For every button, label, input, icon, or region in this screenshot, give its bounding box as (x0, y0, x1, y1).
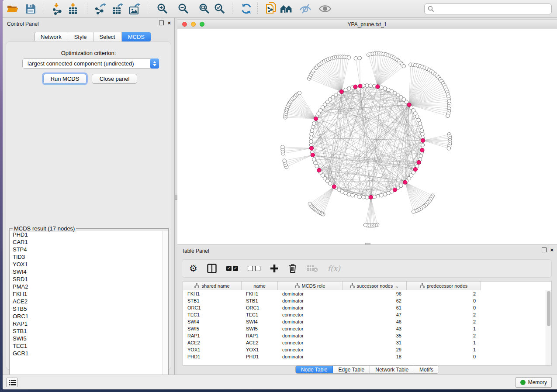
tab-motifs[interactable]: Motifs (414, 366, 439, 373)
list-item[interactable]: ORC1 (10, 313, 168, 320)
table-row[interactable]: SWI4SWI4dominator462 (183, 318, 551, 325)
list-item[interactable]: SWI4 (10, 268, 168, 275)
cell-successor-nodes: 29 (343, 347, 407, 352)
column-header[interactable]: predecessor nodes (407, 282, 481, 290)
zoom-selected-icon[interactable] (213, 2, 226, 15)
table-row[interactable]: PHD1PHD1dominator180 (183, 353, 551, 360)
list-item[interactable]: STB1 (10, 327, 168, 335)
table-scrollbar[interactable] (546, 290, 551, 365)
cell-successor-nodes: 96 (343, 291, 407, 296)
list-item[interactable]: ACE2 (10, 298, 168, 305)
table-row[interactable]: YOX1YOX1connector291 (183, 346, 551, 353)
tab-style[interactable]: Style (68, 32, 93, 41)
list-item[interactable]: TID3 (10, 253, 168, 261)
add-column-icon[interactable] (270, 263, 279, 274)
run-mcds-button[interactable]: Run MCDS (43, 74, 86, 84)
cell-shared-name: SWI4 (183, 319, 242, 324)
zoom-fit-icon[interactable] (198, 2, 211, 15)
export-image-icon[interactable] (128, 2, 141, 15)
delete-table-icon[interactable] (307, 263, 318, 274)
cell-successor-nodes: 35 (343, 333, 407, 338)
search-box[interactable] (424, 3, 552, 14)
cell-successor-nodes: 47 (343, 312, 407, 317)
select-all-icon[interactable]: ✓✓ (226, 263, 238, 274)
function-builder-icon[interactable]: f(x) (328, 263, 340, 274)
tab-edge-table[interactable]: Edge Table (333, 366, 370, 373)
network-window-titlebar[interactable]: YPA_prune.txt_1 (177, 19, 557, 28)
table-row[interactable]: STB1STB1dominator620 (183, 297, 551, 304)
split-pane-icon[interactable] (207, 263, 217, 274)
close-panel-icon[interactable]: × (167, 21, 171, 25)
column-header[interactable]: successor nodes⌄ (343, 282, 407, 290)
list-item[interactable]: SRD1 (10, 275, 168, 283)
list-item[interactable]: RAP1 (10, 320, 168, 327)
save-icon[interactable] (24, 2, 37, 15)
cell-name: RAP1 (242, 333, 278, 338)
cell-shared-name: SWI5 (183, 326, 242, 331)
list-item[interactable]: YOX1 (10, 261, 168, 268)
list-item[interactable]: STP4 (10, 246, 168, 253)
list-item[interactable]: FKH1 (10, 290, 168, 298)
tab-node-table[interactable]: Node Table (296, 366, 333, 373)
refresh-icon[interactable] (240, 2, 253, 15)
zoom-in-icon[interactable] (156, 2, 169, 15)
cell-name: TEC1 (242, 312, 278, 317)
export-table-icon[interactable] (111, 2, 124, 15)
table-row[interactable]: TEC1TEC1connector472 (183, 311, 551, 318)
result-list-scrollbar[interactable] (163, 231, 168, 387)
float-panel-icon[interactable] (159, 21, 164, 25)
network-graph[interactable] (177, 29, 557, 244)
import-table-icon[interactable] (66, 2, 80, 15)
delete-icon[interactable] (288, 263, 297, 274)
tab-network[interactable]: Network (35, 32, 68, 41)
memory-button[interactable]: Memory (515, 377, 552, 388)
cell-shared-name: TEC1 (183, 312, 242, 317)
column-header[interactable]: shared name (183, 282, 242, 290)
table-row[interactable]: RAP1RAP1dominator352 (183, 332, 551, 339)
tab-network-table[interactable]: Network Table (370, 366, 414, 373)
list-item[interactable]: GCR1 (10, 350, 168, 357)
cell-name: PHD1 (242, 354, 278, 359)
list-item[interactable]: STB5 (10, 305, 168, 313)
close-table-panel-icon[interactable]: × (550, 248, 554, 252)
houses-icon[interactable] (280, 2, 293, 15)
export-network-icon[interactable] (94, 2, 107, 15)
status-bar: Memory (3, 375, 557, 389)
table-row[interactable]: FKH1FKH1dominator962 (183, 290, 551, 297)
table-scrollbar-thumb[interactable] (547, 291, 550, 326)
network-canvas[interactable] (177, 29, 557, 244)
open-folder-icon[interactable] (6, 2, 19, 15)
zoom-out-icon[interactable] (177, 2, 190, 15)
column-header[interactable]: MCDS role (278, 282, 343, 290)
cell-successor-nodes: 61 (343, 305, 407, 310)
deselect-all-icon[interactable] (248, 263, 260, 274)
hide-graphics-icon[interactable] (299, 2, 312, 15)
float-table-panel-icon[interactable] (542, 248, 547, 252)
search-input[interactable] (436, 6, 548, 12)
tab-select[interactable]: Select (93, 32, 122, 41)
list-item[interactable]: CAR1 (10, 238, 168, 246)
column-header[interactable]: name (242, 282, 278, 290)
import-network-icon[interactable] (51, 2, 64, 15)
criterion-dropdown[interactable]: largest connected component (undirected) (22, 58, 159, 69)
list-item[interactable]: PHD1 (10, 231, 168, 238)
table-row[interactable]: ACE2ACE2connector311 (183, 339, 551, 346)
list-item[interactable]: TEC1 (10, 342, 168, 350)
task-list-button[interactable] (6, 378, 18, 387)
toolbar-separator (87, 3, 87, 15)
cell-name: STB1 (242, 298, 278, 303)
list-item[interactable]: PMA2 (10, 283, 168, 290)
control-panel-tabs: NetworkStyleSelectMCDS (34, 32, 151, 42)
network-file-icon[interactable] (265, 2, 278, 15)
close-panel-button[interactable]: Close panel (92, 74, 137, 84)
list-item[interactable]: SWI5 (10, 335, 168, 342)
mcds-result-list[interactable]: PHD1CAR1STP4TID3YOX1SWI4SRD1PMA2FKH1ACE2… (10, 231, 168, 387)
toolbar-separator (257, 3, 258, 15)
cell-predecessor-nodes: 2 (407, 312, 481, 317)
table-row[interactable]: SWI5SWI5connector431 (183, 325, 551, 332)
eye-icon[interactable] (318, 2, 332, 15)
table-row[interactable]: ORC1ORC1dominator610 (183, 304, 551, 311)
tab-mcds[interactable]: MCDS (122, 32, 151, 41)
gear-icon[interactable]: ⚙ (189, 263, 197, 274)
cell-predecessor-nodes: 0 (407, 354, 481, 359)
